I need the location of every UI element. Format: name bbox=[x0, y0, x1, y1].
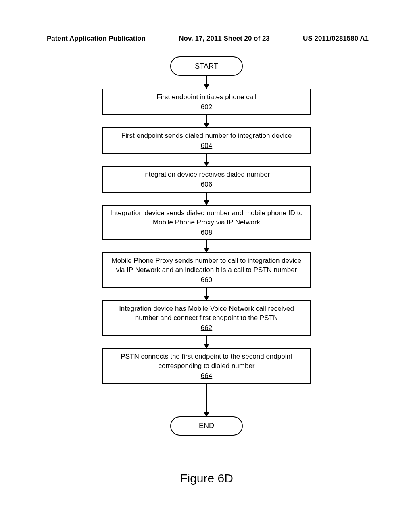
process-text: Integration device has Mobile Voice Netw… bbox=[108, 304, 305, 323]
process-text: Mobile Phone Proxy sends number to call … bbox=[108, 256, 305, 275]
end-terminal: END bbox=[170, 416, 243, 436]
process-text: First endpoint sends dialed number to in… bbox=[121, 131, 292, 141]
page-header: Patent Application Publication Nov. 17, … bbox=[0, 0, 413, 43]
process-602: First endpoint initiates phone call 602 bbox=[102, 89, 311, 115]
arrow bbox=[206, 193, 207, 205]
process-604: First endpoint sends dialed number to in… bbox=[102, 127, 311, 154]
process-ref: 662 bbox=[201, 324, 212, 333]
process-ref: 664 bbox=[201, 372, 212, 381]
process-text: Integration device receives dialed numbe… bbox=[143, 170, 270, 179]
end-label: END bbox=[199, 422, 214, 430]
header-center: Nov. 17, 2011 Sheet 20 of 23 bbox=[179, 35, 270, 43]
process-ref: 604 bbox=[201, 141, 212, 151]
process-662: Integration device has Mobile Voice Netw… bbox=[102, 300, 311, 336]
process-text: First endpoint initiates phone call bbox=[156, 93, 257, 102]
process-ref: 608 bbox=[201, 228, 212, 237]
start-terminal: START bbox=[170, 56, 243, 76]
process-608: Integration device sends dialed number a… bbox=[102, 205, 311, 241]
start-label: START bbox=[195, 62, 218, 71]
process-606: Integration device receives dialed numbe… bbox=[102, 166, 311, 193]
arrow bbox=[206, 384, 207, 416]
arrow bbox=[206, 288, 207, 300]
arrow bbox=[206, 76, 207, 89]
figure-label: Figure 6D bbox=[0, 472, 413, 485]
process-text: Integration device sends dialed number a… bbox=[108, 209, 305, 227]
process-664: PSTN connects the first endpoint to the … bbox=[102, 348, 311, 384]
process-ref: 606 bbox=[201, 180, 212, 189]
header-right: US 2011/0281580 A1 bbox=[303, 35, 369, 43]
process-text: PSTN connects the first endpoint to the … bbox=[108, 352, 305, 371]
process-ref: 602 bbox=[201, 103, 212, 112]
arrow bbox=[206, 115, 207, 127]
arrow bbox=[206, 336, 207, 348]
header-left: Patent Application Publication bbox=[47, 35, 146, 43]
arrow bbox=[206, 240, 207, 252]
arrow bbox=[206, 154, 207, 166]
process-ref: 660 bbox=[201, 276, 212, 285]
flowchart: START First endpoint initiates phone cal… bbox=[0, 56, 413, 436]
process-660: Mobile Phone Proxy sends number to call … bbox=[102, 252, 311, 288]
